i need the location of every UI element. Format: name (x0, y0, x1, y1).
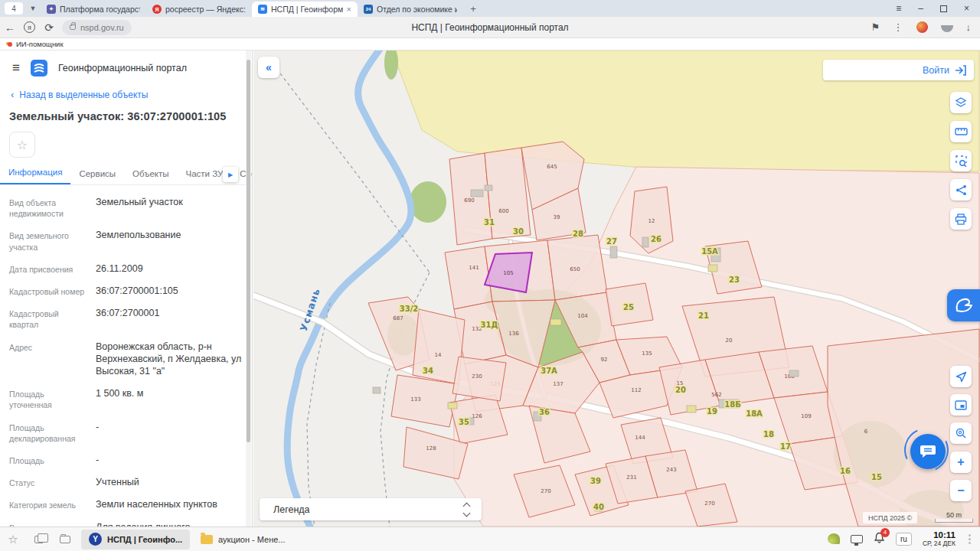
parcel-number: 39 (554, 214, 560, 220)
building (485, 185, 492, 191)
house-number-label: 30 (513, 227, 524, 236)
house-number-label: 25 (623, 303, 634, 311)
login-bar[interactable]: Войти (823, 60, 974, 80)
yandex-home-button[interactable]: я (24, 21, 35, 33)
taskbar-app-folder[interactable]: аукцион - Мене... (193, 530, 292, 549)
bookmark-icon[interactable]: ⚑ (871, 21, 880, 33)
panel-tab-1[interactable]: Сервисы (70, 169, 124, 184)
yandex-favicon-icon: Я (152, 5, 162, 14)
attribute-label: Дата присвоения (9, 262, 88, 275)
tab-close-icon[interactable]: × (347, 5, 351, 14)
page-title: НСПД | Геоинформационный портал (0, 22, 980, 33)
panel-scrollbar[interactable] (246, 51, 251, 527)
overview-map-button[interactable] (950, 394, 972, 416)
layers-button[interactable] (950, 92, 972, 113)
hamburger-menu-icon[interactable]: ≡ (12, 60, 20, 76)
tab-counter-button[interactable]: 4 (5, 2, 23, 15)
browser-tabstrip: 4 ▼ ✦ Платформа государстве Я росреестр … (0, 0, 980, 17)
taskbar: ☆ Y НСПД | Геоинфо... аукцион - Мене... … (0, 527, 980, 551)
taskbar-app-browser[interactable]: Y НСПД | Геоинфо... (81, 530, 190, 549)
taskbar-files-button[interactable] (52, 533, 78, 546)
parcel-number: 687 (393, 315, 403, 321)
legend-expand-icon[interactable] (464, 504, 469, 516)
window-close-button[interactable]: × (964, 3, 969, 14)
collapse-panel-button[interactable]: « (258, 57, 279, 78)
reload-button[interactable]: ⟳ (39, 21, 59, 34)
clock[interactable]: 10:11 СР, 24 ДЕК (923, 530, 956, 548)
tray-app-icon[interactable] (828, 533, 840, 544)
panel-tab-2[interactable]: Объекты (124, 169, 177, 184)
window-minimize-button[interactable]: – (918, 3, 923, 14)
task-label: аукцион - Мене... (218, 535, 285, 544)
profile-avatar[interactable] (916, 21, 928, 33)
lock-icon (70, 24, 76, 30)
attribute-label: Адрес (9, 341, 88, 378)
folder-icon (201, 535, 213, 544)
window-maximize-button[interactable] (940, 5, 947, 12)
tab-gosplatform[interactable]: ✦ Платформа государстве (41, 2, 146, 17)
attribute-row: Площадь- (9, 454, 243, 476)
address-bar[interactable]: nspd.gov.ru (62, 20, 132, 35)
favorite-star-button[interactable]: ☆ (9, 132, 35, 158)
taskbar-grip[interactable] (966, 534, 972, 544)
download-icon[interactable]: ↓ (966, 21, 972, 33)
zoom-out-button[interactable]: − (950, 480, 972, 501)
tab-economy-dept[interactable]: 24 Отдел по экономике и уп (358, 2, 463, 17)
gos-favicon-icon: ✦ (47, 5, 56, 14)
taskbar-favorites-button[interactable]: ☆ (0, 533, 26, 546)
panel-tab-0[interactable]: Информация (0, 168, 70, 184)
parcel-number: 104 (577, 313, 588, 319)
tab-list-chevron-icon[interactable]: ▼ (25, 2, 41, 15)
search-on-map-button[interactable] (950, 422, 972, 444)
login-label: Войти (923, 65, 949, 76)
bird-icon (954, 296, 974, 315)
zoom-in-button[interactable]: + (950, 452, 972, 473)
print-button[interactable] (950, 208, 972, 230)
attribute-row: АдресВоронежская область, р-н Верхнехавс… (9, 341, 243, 388)
browser-menu-icon[interactable]: ≡ (896, 3, 901, 14)
house-number-label: 15 (871, 473, 882, 481)
geolocation-button[interactable] (950, 366, 972, 387)
attribute-row: Вид разрешенного использованияДля ведени… (9, 521, 243, 527)
legend-bar[interactable]: Легенда (260, 498, 482, 520)
more-arrow-icon: ▶ (228, 171, 233, 178)
parcel-number: 135 (642, 350, 652, 357)
print-icon (955, 214, 967, 225)
tabs-overflow-button[interactable]: ▶ (223, 167, 238, 182)
attribute-label: Вид земельного участка (9, 229, 88, 252)
display-tray-icon[interactable] (851, 535, 863, 543)
parcel-number: 12 (648, 218, 655, 224)
alice-icon[interactable] (941, 25, 953, 32)
select-area-button[interactable] (950, 150, 972, 171)
house-number-label: 23 (729, 276, 740, 284)
measure-button[interactable] (950, 121, 972, 142)
house-number-label: 35 (459, 418, 469, 426)
building (708, 265, 717, 272)
cadastral-map[interactable]: 6906006453914165010413213612513792135112… (253, 51, 980, 527)
parcel-number: 600 (498, 208, 508, 214)
assistant-bird-button[interactable] (947, 289, 980, 321)
scale-bar: 50 m (935, 511, 973, 523)
share-button[interactable] (950, 179, 972, 201)
taskbar-windows-button[interactable] (26, 533, 52, 546)
ai-helper-label: ИИ-помощник (16, 40, 64, 48)
attribute-value: 36:07:2700001 (96, 307, 243, 330)
building (471, 190, 483, 197)
language-switch[interactable]: ru (896, 533, 912, 546)
attribute-label: Площадь (9, 454, 88, 466)
attribute-row: СтатусУчтенный (9, 476, 243, 498)
tab-rosreestr-yandex[interactable]: Я росреестр — Яндекс: на (146, 2, 252, 17)
attribute-value: Земли населенных пунктов (96, 498, 243, 510)
toolbar-dots-icon[interactable]: ⋮ (893, 21, 903, 33)
back-to-selected-link[interactable]: ‹ Назад в выделенные объекты (11, 89, 252, 100)
back-button[interactable]: ← (0, 21, 20, 34)
map-canvas[interactable]: 6906006453914165010413213612513792135112… (253, 51, 980, 527)
notifications-button[interactable]: 4 (874, 532, 885, 546)
new-tab-button[interactable]: + (466, 2, 481, 15)
select-area-icon (955, 155, 968, 167)
legend-label: Легенда (273, 504, 310, 515)
chat-button[interactable] (910, 434, 946, 469)
tab-nspd-active[interactable]: ≋ НСПД | Геоинформац × (252, 2, 358, 17)
attribute-value: 36:07:2700001:105 (96, 285, 243, 297)
ai-helper-bar[interactable]: ИИ-помощник (0, 38, 980, 51)
